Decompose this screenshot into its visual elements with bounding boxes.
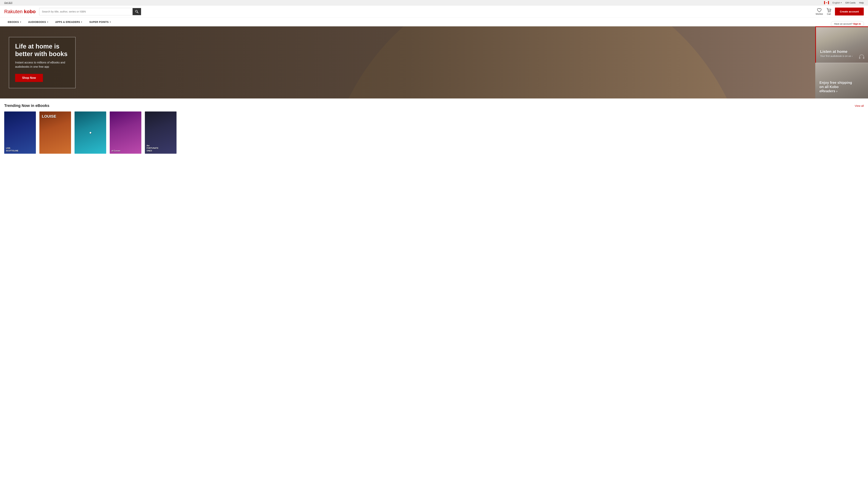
nav-super-points-label: SUPER POINTS xyxy=(89,21,109,23)
book-cover: of Curses xyxy=(110,112,141,154)
ebooks-chevron-icon: ▾ xyxy=(20,21,21,23)
search-input[interactable] xyxy=(39,8,133,15)
nav-audiobooks-label: AUDIOBOOKS xyxy=(28,21,46,23)
book-author-label: LISASCOTTOLINE xyxy=(6,147,18,152)
sign-in-link[interactable]: Sign in xyxy=(853,22,861,25)
logo[interactable]: Rakuten kobo xyxy=(4,9,36,14)
top-bar-right: English ▾ Gift Cards Help xyxy=(824,1,864,4)
svg-point-5 xyxy=(828,12,829,12)
book-card[interactable]: LOUISE xyxy=(39,112,71,154)
header-actions: Wishlist Cart Create account xyxy=(816,7,864,16)
trending-title: Trending Now in eBooks xyxy=(4,103,49,108)
view-all-link[interactable]: View all xyxy=(855,104,864,107)
signin-tooltip: Have an account? Sign in xyxy=(831,21,864,27)
trending-header: Trending Now in eBooks View all xyxy=(4,103,864,108)
cart-label: Cart xyxy=(827,13,831,15)
book-card[interactable]: ◆ xyxy=(74,112,106,154)
book-cover: LOUISE xyxy=(39,112,71,154)
book-cover: ◆ xyxy=(74,112,106,154)
have-account-text: Have an account? xyxy=(834,22,852,25)
cart-button[interactable]: Cart xyxy=(827,8,831,15)
hero-title: Life at home is better with books xyxy=(15,42,69,58)
search-button[interactable] xyxy=(133,8,141,15)
promo-link[interactable]: Get $15 xyxy=(4,1,12,4)
book-card[interactable]: of Curses xyxy=(110,112,141,154)
create-account-button[interactable]: Create account xyxy=(835,7,864,16)
hero-section: Life at home is better with books Instan… xyxy=(0,27,868,99)
book-cover: theFORTUNATEONES xyxy=(145,112,176,154)
language-label: English xyxy=(833,1,840,4)
nav-apps-label: APPS & eREADERS xyxy=(55,21,80,23)
audiobooks-chevron-icon: ▾ xyxy=(47,21,48,23)
aside-shipping-title: Enjoy free shipping on all Kobo eReaders… xyxy=(819,81,855,93)
language-selector[interactable]: English ▾ xyxy=(833,1,842,4)
wishlist-button[interactable]: Wishlist xyxy=(816,8,823,15)
book-card[interactable]: theFORTUNATEONES xyxy=(145,112,176,154)
hero-aside: Listen at home Your first audiobook is o… xyxy=(815,27,868,99)
hero-aside-audiobook[interactable]: Listen at home Your first audiobook is o… xyxy=(815,27,868,63)
svg-rect-7 xyxy=(859,57,860,59)
hero-background xyxy=(0,27,815,99)
hero-subtitle: Instant access to millions of eBooks and… xyxy=(15,61,69,69)
nav-audiobooks[interactable]: AUDIOBOOKS ▾ xyxy=(24,18,52,26)
book-title-label: LOUISE xyxy=(42,114,56,119)
search-bar xyxy=(39,8,141,15)
super-points-chevron-icon: ▾ xyxy=(110,21,111,23)
aside-shipping-content: Enjoy free shipping on all Kobo eReaders… xyxy=(819,81,855,93)
trending-section: Trending Now in eBooks View all LISASCOT… xyxy=(0,99,868,157)
books-grid: LISASCOTTOLINE LOUISE ◆ of Curses theFOR… xyxy=(4,112,864,154)
book-cover-decoration: ◆ xyxy=(89,131,91,134)
hero-aside-shipping[interactable]: Enjoy free shipping on all Kobo eReaders… xyxy=(815,63,868,99)
hero-content: Life at home is better with books Instan… xyxy=(9,37,75,88)
svg-line-4 xyxy=(137,12,138,13)
shop-now-button[interactable]: Shop Now xyxy=(15,74,43,82)
nav-super-points[interactable]: SUPER POINTS ▾ xyxy=(86,18,115,26)
svg-rect-8 xyxy=(863,57,864,59)
promo-text[interactable]: Get $15 xyxy=(4,1,12,4)
language-chevron-icon: ▾ xyxy=(841,2,842,4)
book-title-label: theFORTUNATEONES xyxy=(146,144,158,152)
aside-audiobook-title: Listen at home xyxy=(820,49,852,54)
apps-chevron-icon: ▾ xyxy=(81,21,82,23)
top-bar: Get $15 English ▾ Gift Cards Help xyxy=(0,0,868,5)
help-link[interactable]: Help xyxy=(859,1,864,4)
logo-text: Rakuten kobo xyxy=(4,9,36,14)
nav-apps-ereaders[interactable]: APPS & eREADERS ▾ xyxy=(52,18,86,26)
nav-ebooks[interactable]: eBOOKS ▾ xyxy=(4,18,24,26)
book-cover: LISASCOTTOLINE xyxy=(4,112,36,154)
aside-audiobook-content: Listen at home Your first audiobook is o… xyxy=(820,49,852,57)
wishlist-label: Wishlist xyxy=(816,13,823,15)
book-card[interactable]: LISASCOTTOLINE xyxy=(4,112,36,154)
main-nav: eBOOKS ▾ AUDIOBOOKS ▾ APPS & eREADERS ▾ … xyxy=(0,18,868,27)
hero-main: Life at home is better with books Instan… xyxy=(0,27,815,99)
book-title-label: of Curses xyxy=(111,150,120,152)
canada-flag xyxy=(824,1,829,4)
nav-ebooks-label: eBOOKS xyxy=(8,21,19,23)
aside-audiobook-subtitle: Your first audiobook is on us › xyxy=(820,55,852,57)
gift-cards-link[interactable]: Gift Cards xyxy=(845,1,856,4)
svg-point-6 xyxy=(830,12,830,12)
header: Rakuten kobo Wishlist Cart Creat xyxy=(0,5,868,18)
